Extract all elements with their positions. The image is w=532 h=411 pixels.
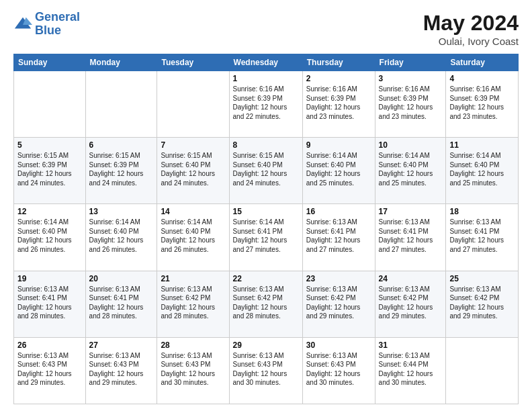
calendar-cell: 24Sunrise: 6:13 AMSunset: 6:42 PMDayligh… [375, 271, 446, 337]
calendar-cell: 4Sunrise: 6:16 AMSunset: 6:39 PMDaylight… [446, 71, 519, 138]
calendar-cell: 17Sunrise: 6:13 AMSunset: 6:41 PMDayligh… [375, 204, 446, 271]
day-info: Sunrise: 6:16 AMSunset: 6:39 PMDaylight:… [449, 85, 515, 121]
day-number: 26 [17, 340, 82, 350]
calendar-cell: 28Sunrise: 6:13 AMSunset: 6:43 PMDayligh… [157, 337, 229, 404]
logo-line1: General [35, 10, 80, 24]
calendar-cell: 31Sunrise: 6:13 AMSunset: 6:44 PMDayligh… [375, 337, 446, 404]
day-info: Sunrise: 6:13 AMSunset: 6:43 PMDaylight:… [161, 351, 225, 387]
calendar-cell: 5Sunrise: 6:15 AMSunset: 6:39 PMDaylight… [14, 138, 86, 204]
calendar-cell [85, 71, 157, 138]
day-info: Sunrise: 6:13 AMSunset: 6:43 PMDaylight:… [233, 351, 299, 387]
calendar-cell: 7Sunrise: 6:15 AMSunset: 6:40 PMDaylight… [157, 138, 229, 204]
day-info: Sunrise: 6:13 AMSunset: 6:42 PMDaylight:… [233, 285, 299, 321]
day-info: Sunrise: 6:15 AMSunset: 6:40 PMDaylight:… [233, 151, 299, 187]
calendar-cell: 11Sunrise: 6:14 AMSunset: 6:40 PMDayligh… [446, 138, 519, 204]
day-info: Sunrise: 6:13 AMSunset: 6:42 PMDaylight:… [379, 285, 443, 321]
day-info: Sunrise: 6:13 AMSunset: 6:41 PMDaylight:… [306, 218, 371, 254]
day-info: Sunrise: 6:16 AMSunset: 6:39 PMDaylight:… [306, 85, 371, 121]
day-number: 6 [89, 140, 154, 150]
day-number: 30 [306, 340, 371, 350]
calendar-cell: 21Sunrise: 6:13 AMSunset: 6:42 PMDayligh… [157, 271, 229, 337]
calendar-cell: 30Sunrise: 6:13 AMSunset: 6:43 PMDayligh… [302, 337, 375, 404]
day-info: Sunrise: 6:14 AMSunset: 6:40 PMDaylight:… [449, 151, 515, 187]
calendar-header-thursday: Thursday [302, 54, 375, 71]
month-title: May 2024 [423, 11, 519, 36]
calendar-header-wednesday: Wednesday [229, 54, 302, 71]
day-number: 18 [449, 207, 515, 216]
day-info: Sunrise: 6:13 AMSunset: 6:42 PMDaylight:… [449, 285, 515, 321]
day-number: 27 [89, 340, 154, 350]
calendar-cell: 8Sunrise: 6:15 AMSunset: 6:40 PMDaylight… [229, 138, 302, 204]
calendar-cell: 26Sunrise: 6:13 AMSunset: 6:43 PMDayligh… [14, 337, 86, 404]
day-info: Sunrise: 6:13 AMSunset: 6:41 PMDaylight:… [449, 218, 515, 254]
day-info: Sunrise: 6:15 AMSunset: 6:39 PMDaylight:… [89, 151, 154, 187]
calendar-cell: 23Sunrise: 6:13 AMSunset: 6:42 PMDayligh… [302, 271, 375, 337]
day-number: 24 [379, 274, 443, 283]
calendar-cell: 2Sunrise: 6:16 AMSunset: 6:39 PMDaylight… [302, 71, 375, 138]
logo-text: General Blue [35, 11, 80, 38]
day-info: Sunrise: 6:14 AMSunset: 6:40 PMDaylight:… [89, 218, 154, 254]
day-info: Sunrise: 6:13 AMSunset: 6:41 PMDaylight:… [89, 285, 154, 321]
day-number: 15 [233, 207, 299, 216]
calendar-cell: 3Sunrise: 6:16 AMSunset: 6:39 PMDaylight… [375, 71, 446, 138]
day-number: 11 [449, 140, 515, 150]
day-number: 5 [17, 140, 82, 150]
day-info: Sunrise: 6:13 AMSunset: 6:41 PMDaylight:… [379, 218, 443, 254]
day-number: 29 [233, 340, 299, 350]
day-number: 16 [306, 207, 371, 216]
day-number: 9 [306, 140, 371, 150]
page: General Blue May 2024 Oulai, Ivory Coast… [0, 0, 532, 411]
calendar-header-row: SundayMondayTuesdayWednesdayThursdayFrid… [14, 54, 519, 71]
calendar-cell: 12Sunrise: 6:14 AMSunset: 6:40 PMDayligh… [14, 204, 86, 271]
calendar-cell: 18Sunrise: 6:13 AMSunset: 6:41 PMDayligh… [446, 204, 519, 271]
day-info: Sunrise: 6:13 AMSunset: 6:42 PMDaylight:… [306, 285, 371, 321]
calendar-header-tuesday: Tuesday [157, 54, 229, 71]
header: General Blue May 2024 Oulai, Ivory Coast [13, 11, 519, 47]
day-info: Sunrise: 6:13 AMSunset: 6:43 PMDaylight:… [306, 351, 371, 387]
day-info: Sunrise: 6:14 AMSunset: 6:41 PMDaylight:… [233, 218, 299, 254]
calendar-header-saturday: Saturday [446, 54, 519, 71]
calendar-cell: 25Sunrise: 6:13 AMSunset: 6:42 PMDayligh… [446, 271, 519, 337]
calendar-cell: 16Sunrise: 6:13 AMSunset: 6:41 PMDayligh… [302, 204, 375, 271]
day-number: 3 [379, 74, 443, 83]
day-number: 8 [233, 140, 299, 150]
calendar-cell: 10Sunrise: 6:14 AMSunset: 6:40 PMDayligh… [375, 138, 446, 204]
day-info: Sunrise: 6:14 AMSunset: 6:40 PMDaylight:… [379, 151, 443, 187]
day-info: Sunrise: 6:13 AMSunset: 6:41 PMDaylight:… [17, 285, 82, 321]
day-number: 25 [449, 274, 515, 283]
day-info: Sunrise: 6:15 AMSunset: 6:40 PMDaylight:… [161, 151, 225, 187]
day-number: 13 [89, 207, 154, 216]
calendar-cell: 22Sunrise: 6:13 AMSunset: 6:42 PMDayligh… [229, 271, 302, 337]
calendar-week-row: 19Sunrise: 6:13 AMSunset: 6:41 PMDayligh… [14, 271, 519, 337]
calendar-cell: 1Sunrise: 6:16 AMSunset: 6:39 PMDaylight… [229, 71, 302, 138]
calendar-cell: 13Sunrise: 6:14 AMSunset: 6:40 PMDayligh… [85, 204, 157, 271]
logo: General Blue [13, 11, 80, 38]
title-area: May 2024 Oulai, Ivory Coast [423, 11, 519, 47]
day-number: 17 [379, 207, 443, 216]
day-number: 19 [17, 274, 82, 283]
calendar-cell: 20Sunrise: 6:13 AMSunset: 6:41 PMDayligh… [85, 271, 157, 337]
day-number: 14 [161, 207, 225, 216]
day-number: 21 [161, 274, 225, 283]
day-number: 12 [17, 207, 82, 216]
calendar-cell [446, 337, 519, 404]
calendar-week-row: 12Sunrise: 6:14 AMSunset: 6:40 PMDayligh… [14, 204, 519, 271]
calendar-cell: 15Sunrise: 6:14 AMSunset: 6:41 PMDayligh… [229, 204, 302, 271]
calendar-header-friday: Friday [375, 54, 446, 71]
calendar-cell [14, 71, 86, 138]
calendar-cell [157, 71, 229, 138]
calendar-week-row: 1Sunrise: 6:16 AMSunset: 6:39 PMDaylight… [14, 71, 519, 138]
calendar-cell: 14Sunrise: 6:14 AMSunset: 6:40 PMDayligh… [157, 204, 229, 271]
calendar-week-row: 5Sunrise: 6:15 AMSunset: 6:39 PMDaylight… [14, 138, 519, 204]
day-info: Sunrise: 6:15 AMSunset: 6:39 PMDaylight:… [17, 151, 82, 187]
logo-icon [13, 15, 32, 34]
calendar-table: SundayMondayTuesdayWednesdayThursdayFrid… [13, 54, 519, 404]
calendar-week-row: 26Sunrise: 6:13 AMSunset: 6:43 PMDayligh… [14, 337, 519, 404]
day-info: Sunrise: 6:14 AMSunset: 6:40 PMDaylight:… [17, 218, 82, 254]
day-info: Sunrise: 6:16 AMSunset: 6:39 PMDaylight:… [379, 85, 443, 121]
day-info: Sunrise: 6:13 AMSunset: 6:42 PMDaylight:… [161, 285, 225, 321]
logo-line2: Blue [35, 24, 61, 37]
day-number: 2 [306, 74, 371, 83]
day-info: Sunrise: 6:13 AMSunset: 6:43 PMDaylight:… [89, 351, 154, 387]
calendar-cell: 29Sunrise: 6:13 AMSunset: 6:43 PMDayligh… [229, 337, 302, 404]
